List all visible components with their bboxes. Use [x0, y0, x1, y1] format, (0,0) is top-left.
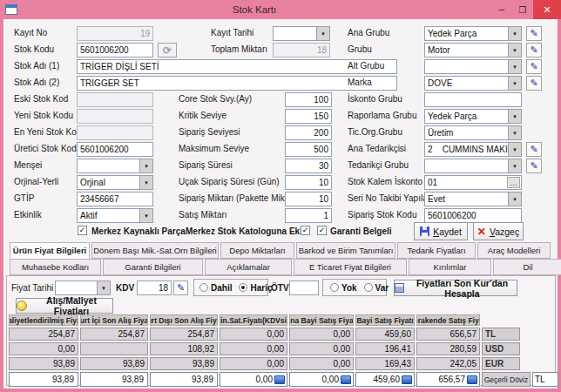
seri-no-takibi-dropdown[interactable]: Evet ▼	[424, 192, 522, 206]
gtip-field[interactable]: 23456667	[77, 192, 153, 206]
satis-miktari-field[interactable]: 1	[285, 208, 332, 223]
chevron-down-icon[interactable]: ▼	[508, 77, 521, 90]
price-input-6[interactable]: 656,57	[416, 372, 480, 387]
currency-wrap-0: TL	[482, 328, 558, 341]
chevron-down-icon[interactable]: ▼	[508, 60, 521, 73]
haric-radio[interactable]	[239, 283, 247, 292]
price-input-2[interactable]: 93,89	[150, 372, 218, 387]
siparis-miktari-field[interactable]: 10	[285, 192, 332, 206]
gecerli-doviz-field[interactable]: TL	[532, 372, 558, 387]
ellipsis-button[interactable]: …	[507, 177, 520, 188]
grubu-edit-pen-icon[interactable]: ✎	[526, 43, 542, 57]
kayit-tarihi-dropdown[interactable]: ▼	[273, 26, 330, 41]
chevron-down-icon[interactable]: ▼	[508, 110, 521, 123]
ana-tedarikcisi-edit-pen-icon[interactable]: ✎	[526, 142, 542, 157]
close-button[interactable]: ✕	[533, 0, 561, 19]
stok-kalem-iskonto-field[interactable]: 01 …	[424, 175, 522, 190]
price-input-4[interactable]: 0,00	[289, 372, 354, 387]
iskonto-grubu-field[interactable]	[424, 92, 522, 107]
siparis-seviyesi-field[interactable]: 200	[285, 125, 332, 140]
tab-row2-0[interactable]: Muhasebe Kodları	[10, 259, 101, 275]
tab-row2-1[interactable]: Garanti Bilgileri	[103, 259, 203, 275]
tic-org-grubu-dropdown[interactable]: Üretim ▼	[424, 125, 522, 140]
marka-edit-pen-icon[interactable]: ✎	[526, 76, 542, 91]
tedarikci-grubu-dropdown[interactable]: ▼	[424, 159, 522, 173]
currency-label-EUR: EUR	[482, 357, 520, 370]
check-icon: ✓	[319, 226, 326, 234]
yok-radio[interactable]	[330, 283, 339, 292]
uretici-stok-kodu-field[interactable]: 5601006200	[77, 142, 153, 157]
chevron-down-icon[interactable]: ▼	[508, 159, 521, 172]
minimize-button[interactable]: ─	[491, 0, 512, 19]
chevron-down-icon[interactable]: ▼	[508, 44, 521, 57]
stok-kodu-field[interactable]: 5601006200	[77, 43, 153, 57]
maximize-button[interactable]: ❒	[512, 0, 533, 19]
calc-lookup-icon[interactable]	[467, 375, 477, 384]
refresh-icon[interactable]: ⟳	[158, 43, 177, 57]
price-table: Maliyetlendirilmiş FiyatıYurt İçi Son Al…	[9, 314, 558, 387]
marka-dropdown[interactable]: DOVE ▼	[424, 76, 522, 91]
ucak-siparis-field[interactable]: 10	[285, 175, 332, 190]
grubu-dropdown[interactable]: Motor ▼	[424, 43, 522, 57]
var-radio[interactable]	[364, 283, 373, 292]
save-button[interactable]: Kaydet	[414, 222, 468, 240]
mensei-dropdown[interactable]: ▼	[77, 159, 153, 173]
ana-tedarikcisi-dropdown[interactable]: 2 CUMMINS MAKİNA ▼	[424, 142, 522, 157]
price-cell-2-1: 93,89	[80, 357, 148, 370]
ana-grubu-edit-pen-icon[interactable]: ✎	[526, 26, 542, 41]
chevron-down-icon[interactable]: ▼	[139, 159, 152, 172]
kdv-edit-pen-icon[interactable]: ✎	[173, 280, 188, 295]
chevron-down-icon[interactable]: ▼	[508, 193, 521, 206]
mensei-label: Menşei	[14, 160, 42, 170]
orjinal-yerli-dropdown[interactable]: Orjinal ▼	[77, 175, 153, 190]
tab-row2-5[interactable]: Dil	[493, 259, 561, 275]
chevron-down-icon[interactable]: ▼	[97, 281, 110, 294]
alt-grubu-edit-pen-icon[interactable]: ✎	[526, 59, 542, 74]
tab-row1-4[interactable]: Tedarik Fiyatları	[397, 242, 476, 259]
etkinlik-dropdown[interactable]: Aktif ▼	[77, 208, 153, 223]
price-input-0[interactable]: 93,89	[9, 372, 78, 387]
siparis-suresi-field[interactable]: 30	[285, 159, 332, 173]
price-input-1[interactable]: 93,89	[80, 372, 148, 387]
price-input-3[interactable]: 0,00	[220, 372, 287, 387]
chevron-down-icon[interactable]: ▼	[139, 209, 152, 222]
yeni-stok-kodu-label: Yeni Stok Kodu	[14, 111, 73, 120]
maksimum-seviye-field[interactable]: 500	[285, 142, 332, 157]
chevron-down-icon[interactable]: ▼	[316, 27, 329, 40]
tedarikci-grubu-edit-pen-icon[interactable]: ✎	[526, 159, 542, 173]
merkez-katalog-checkbox[interactable]: ✓	[301, 226, 310, 235]
chevron-down-icon[interactable]: ▼	[508, 143, 521, 156]
tab-row1-2[interactable]: Depo Miktarları	[220, 242, 294, 259]
chevron-down-icon[interactable]: ▼	[508, 126, 521, 139]
tab-row1-0[interactable]: Ürün Fiyat Bilgileri	[10, 242, 90, 259]
alis-maliyet-button-label: Alış/Maliyet Fiyatları	[30, 295, 112, 316]
raporlama-grubu-dropdown[interactable]: Yedek Parça ▼	[424, 109, 522, 124]
garanti-belgeli-checkbox[interactable]: ✓	[317, 226, 327, 235]
siparis-stok-kodu-field[interactable]: 5601006200	[424, 208, 522, 223]
chevron-down-icon[interactable]: ▼	[139, 176, 152, 189]
price-input-5[interactable]: 459,60	[355, 372, 415, 387]
hesapla-button[interactable]: Fiyatları Son Kur'dan Hesapla	[394, 280, 517, 296]
alis-maliyet-button[interactable]: Alış/Maliyet Fiyatları	[16, 298, 113, 314]
calc-lookup-icon[interactable]	[341, 375, 351, 384]
alt-grubu-dropdown[interactable]: ▼	[424, 59, 522, 74]
tab-row1-5[interactable]: Araç Modelleri	[477, 242, 551, 259]
chevron-down-icon[interactable]: ▼	[508, 27, 521, 40]
kritik-seviye-field[interactable]: 150	[285, 109, 332, 124]
tab-row2-2[interactable]: Açıklamalar	[205, 259, 292, 275]
cancel-button[interactable]: ✕ Vazgeç	[473, 222, 524, 240]
otv-field[interactable]	[289, 280, 319, 295]
merkez-kaynakli-checkbox[interactable]: ✓	[78, 226, 87, 235]
kdv-field[interactable]: 18	[137, 280, 172, 295]
tab-row2-3[interactable]: E Ticaret Fiyat Bilgileri	[294, 259, 407, 275]
tab-row2-4[interactable]: Kırılımlar	[409, 259, 491, 275]
fiyat-tarihi-dropdown[interactable]: ▼	[55, 280, 111, 295]
calc-lookup-icon[interactable]	[402, 375, 412, 384]
price-cell-0-6: 656,57	[416, 328, 480, 341]
tab-row1-3[interactable]: Barkod ve Birim Tanımları	[296, 242, 395, 259]
tab-row1-1[interactable]: Dönem Başı Mik.-Sat.Orn Bilgileri	[91, 242, 219, 259]
calc-lookup-icon[interactable]	[274, 375, 285, 384]
core-stok-field[interactable]: 100	[285, 92, 332, 107]
dahil-radio[interactable]	[199, 283, 208, 292]
ana-grubu-dropdown[interactable]: Yedek Parça ▼	[424, 26, 522, 41]
